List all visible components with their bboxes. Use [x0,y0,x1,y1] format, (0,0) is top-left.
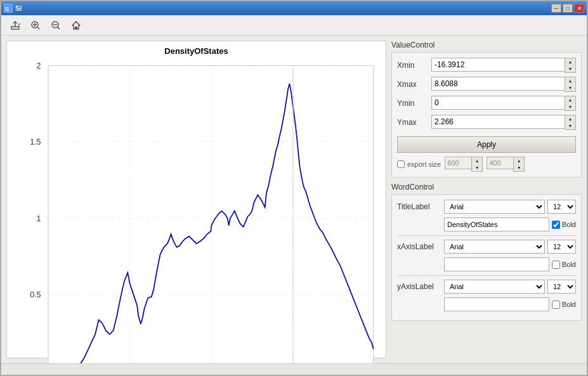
xaxis-size-select[interactable]: 891011 121416 [547,240,576,254]
main-window: S Si ─ □ ✕ [0,0,588,376]
status-bar [1,363,587,375]
xmin-row: Xmin ▲ ▼ [397,58,576,73]
ymin-row: Ymin ▲ ▼ [397,96,576,111]
xaxis-bold-checkbox[interactable] [552,261,560,269]
xaxis-label-label: xAxisLabel [397,242,441,251]
xmax-up-button[interactable]: ▲ [565,77,575,84]
yaxis-text-input[interactable] [444,297,549,311]
svg-text:1.5: 1.5 [30,138,41,146]
xmax-down-button[interactable]: ▼ [565,84,575,91]
yaxis-bold-checkbox[interactable] [552,301,560,309]
ymin-input[interactable] [431,96,565,110]
window-controls: ─ □ ✕ [551,4,584,13]
ymax-input[interactable] [431,115,565,129]
export-height-down[interactable]: ▼ [514,164,524,171]
xmax-input[interactable] [431,77,565,91]
right-panel: ValueControl Xmin ▲ ▼ [391,41,582,358]
zoom-in-button[interactable] [27,17,44,34]
xaxis-size-wrapper: 891011 121416 [547,240,576,254]
xaxis-font-wrapper: Arial Times New Roman Courier Helvetica [444,240,545,254]
zoom-out-icon [51,20,61,30]
xmin-down-button[interactable]: ▼ [565,65,575,72]
word-control-group: TitleLabel Arial Times New Roman Courier… [391,194,582,321]
svg-line-4 [18,23,20,25]
yaxis-font-wrapper: Arial Times New Roman Courier Helvetica [444,280,545,294]
xmax-spinner-buttons: ▲ ▼ [565,77,576,92]
xmin-spinner: ▲ ▼ [431,58,576,73]
chart-container: 0 0.5 1 1.5 2 -15 -10 -5 0 5 [12,58,381,363]
xaxis-font-select[interactable]: Arial Times New Roman Courier Helvetica [444,240,545,254]
title-text-row: Bold [444,217,576,231]
export-size-checkbox[interactable] [397,160,405,168]
xmin-input[interactable] [431,58,565,72]
ymin-up-button[interactable]: ▲ [565,96,575,103]
export-height-spinner: ▲ ▼ [487,157,525,172]
export-width-spinner: ▲ ▼ [445,157,483,172]
svg-text:S: S [5,6,9,12]
chart-title: DensityOfStates [12,46,381,56]
divider-1 [397,235,576,236]
export-width-input[interactable] [445,157,471,169]
title-font-select[interactable]: Arial Times New Roman Courier Helvetica [444,200,545,214]
export-height-up[interactable]: ▲ [514,157,524,164]
xmax-label: Xmax [397,80,429,89]
title-bold-check-label: Bold [552,221,576,229]
export-width-down[interactable]: ▼ [472,164,482,171]
maximize-button[interactable]: □ [563,4,573,13]
svg-line-10 [58,27,60,29]
ymin-label: Ymin [397,99,429,108]
zoom-in-icon [30,20,41,30]
xaxis-bold-label: Bold [562,261,576,268]
minimize-button[interactable]: ─ [551,4,561,13]
xmax-row: Xmax ▲ ▼ [397,77,576,92]
main-content: DensityOfStates [1,36,587,363]
export-height-input[interactable] [487,157,513,169]
ymin-spinner-buttons: ▲ ▼ [565,96,576,111]
title-bar: S Si ─ □ ✕ [1,1,587,15]
ymin-down-button[interactable]: ▼ [565,103,575,110]
yaxis-font-select[interactable]: Arial Times New Roman Courier Helvetica [444,280,545,294]
value-control-section: ValueControl Xmin ▲ ▼ [391,41,582,178]
chart-svg: 0 0.5 1 1.5 2 -15 -10 -5 0 5 [12,58,381,363]
ymax-up-button[interactable]: ▲ [565,115,575,122]
home-button[interactable] [67,17,85,34]
word-control-label: WordControl [391,183,582,191]
yaxis-bold-check-label: Bold [552,301,576,309]
svg-rect-13 [75,27,77,29]
divider-2 [397,275,576,276]
yaxis-size-select[interactable]: 891011 121416 [547,280,576,294]
yaxis-size-wrapper: 891011 121416 [547,280,576,294]
home-icon [71,20,81,30]
export-width-up[interactable]: ▲ [472,157,482,164]
export-button[interactable] [6,17,24,34]
title-size-select[interactable]: 891011 121416 [547,200,576,214]
title-bold-label: Bold [562,221,576,228]
xmin-label: Xmin [397,61,429,70]
yaxis-text-row: Bold [444,297,576,311]
svg-rect-2 [11,27,19,29]
ymin-spinner: ▲ ▼ [431,96,576,111]
yaxis-label-label: yAxisLabel [397,282,441,291]
xaxis-text-input[interactable] [444,257,549,271]
ymax-down-button[interactable]: ▼ [565,122,575,129]
export-size-row: export size ▲ ▼ ▲ ▼ [397,157,576,172]
xmin-spinner-buttons: ▲ ▼ [565,58,576,73]
zoom-out-button[interactable] [47,17,65,34]
apply-button[interactable]: Apply [397,136,576,153]
chart-panel: DensityOfStates [6,41,386,358]
xmax-spinner: ▲ ▼ [431,77,576,92]
svg-text:0.5: 0.5 [30,290,41,299]
close-button[interactable]: ✕ [574,4,584,13]
title-label-label: TitleLabel [397,202,441,211]
ymax-row: Ymax ▲ ▼ [397,115,576,130]
title-text-input[interactable] [444,217,549,231]
svg-text:2: 2 [37,62,41,70]
xmin-up-button[interactable]: ▲ [565,58,575,65]
title-label-row: TitleLabel Arial Times New Roman Courier… [397,200,576,214]
xaxis-label-row: xAxisLabel Arial Times New Roman Courier… [397,240,576,254]
svg-text:1: 1 [37,214,41,223]
value-control-group: Xmin ▲ ▼ Xmax [391,52,582,178]
title-bold-checkbox[interactable] [552,221,560,229]
export-height-buttons: ▲ ▼ [513,157,525,172]
export-width-buttons: ▲ ▼ [471,157,483,172]
